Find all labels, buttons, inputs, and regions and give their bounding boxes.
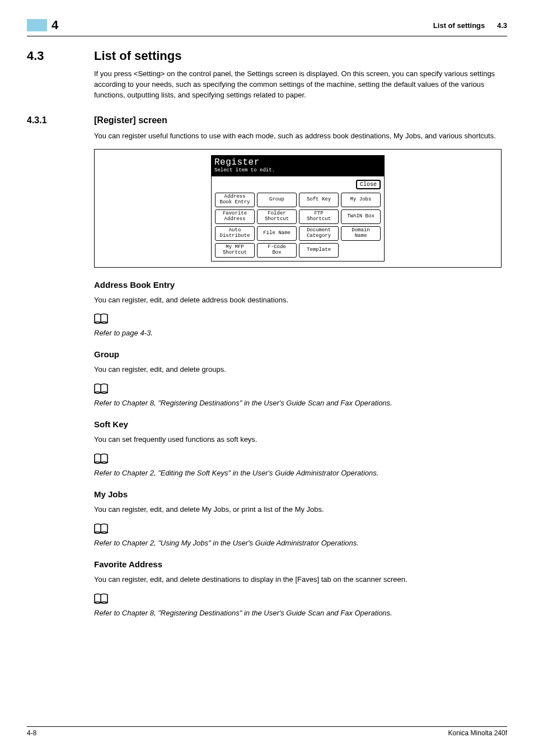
refer-group: Refer to Chapter 8, "Registering Destina…	[94, 399, 502, 407]
text-my-jobs: You can register, edit, and delete My Jo…	[94, 505, 502, 515]
chapter-number: 4	[51, 18, 58, 32]
register-grid-button[interactable]: Folder Shortcut	[257, 209, 297, 224]
text-group: You can register, edit, and delete group…	[94, 365, 502, 375]
register-grid-button[interactable]: Document Category	[299, 226, 339, 241]
register-grid-button[interactable]: Favorite Address	[215, 209, 255, 224]
book-icon	[94, 523, 502, 536]
section-title: List of settings	[94, 49, 181, 63]
register-grid-button[interactable]: File Name	[257, 226, 297, 241]
register-grid-button[interactable]: F-Code Box	[257, 243, 297, 258]
header-rule	[27, 36, 507, 36]
register-grid-button[interactable]: My Jobs	[341, 193, 381, 207]
subsection-title: [Register] screen	[94, 115, 167, 125]
book-icon	[94, 593, 502, 606]
breadcrumb-title: List of settings	[433, 21, 485, 30]
text-favorite-address: You can register, edit, and delete desti…	[94, 575, 502, 585]
register-grid-button[interactable]: My MFP Shortcut	[215, 243, 255, 258]
footer-rule	[27, 726, 507, 727]
screen-subtitle: Select item to edit.	[214, 167, 381, 173]
register-grid-button[interactable]: Template	[299, 243, 339, 258]
subsection-number: 4.3.1	[27, 115, 94, 125]
section-intro: If you press <Setting> on the control pa…	[94, 69, 502, 101]
subsection-intro: You can register useful functions to use…	[94, 131, 502, 142]
register-grid-button[interactable]: Auto Distribute	[215, 226, 255, 241]
register-grid-button[interactable]: Address Book Entry	[215, 193, 255, 207]
register-grid-button[interactable]: Soft Key	[299, 193, 339, 207]
chapter-tab	[27, 19, 47, 31]
refer-soft-key: Refer to Chapter 2, "Editing the Soft Ke…	[94, 469, 502, 477]
register-grid-button[interactable]: FTP Shortcut	[299, 209, 339, 224]
book-icon	[94, 453, 502, 466]
book-icon	[94, 383, 502, 396]
refer-address-book: Refer to page 4-3.	[94, 329, 502, 337]
refer-favorite-address: Refer to Chapter 8, "Registering Destina…	[94, 609, 502, 617]
section-number: 4.3	[27, 49, 94, 63]
text-soft-key: You can set frequently used functions as…	[94, 435, 502, 445]
book-icon	[94, 313, 502, 326]
register-grid-button[interactable]: Group	[257, 193, 297, 207]
heading-group: Group	[94, 349, 502, 359]
text-address-book: You can register, edit, and delete addre…	[94, 295, 502, 306]
screen-title: Register	[214, 157, 381, 167]
footer-product: Konica Minolta 240f	[448, 729, 507, 737]
breadcrumb: List of settings 4.3	[433, 21, 507, 30]
register-grid-button[interactable]: Domain Name	[341, 226, 381, 241]
heading-address-book: Address Book Entry	[94, 280, 502, 290]
heading-favorite-address: Favorite Address	[94, 559, 502, 569]
register-screenshot: Register Select item to edit. Close Addr…	[94, 149, 502, 267]
heading-my-jobs: My Jobs	[94, 489, 502, 499]
close-button[interactable]: Close	[356, 180, 381, 189]
breadcrumb-section: 4.3	[497, 21, 507, 30]
heading-soft-key: Soft Key	[94, 419, 502, 429]
footer-page: 4-8	[27, 729, 36, 737]
register-grid-button[interactable]: TWAIN Box	[341, 209, 381, 224]
refer-my-jobs: Refer to Chapter 2, "Using My Jobs" in t…	[94, 539, 502, 547]
